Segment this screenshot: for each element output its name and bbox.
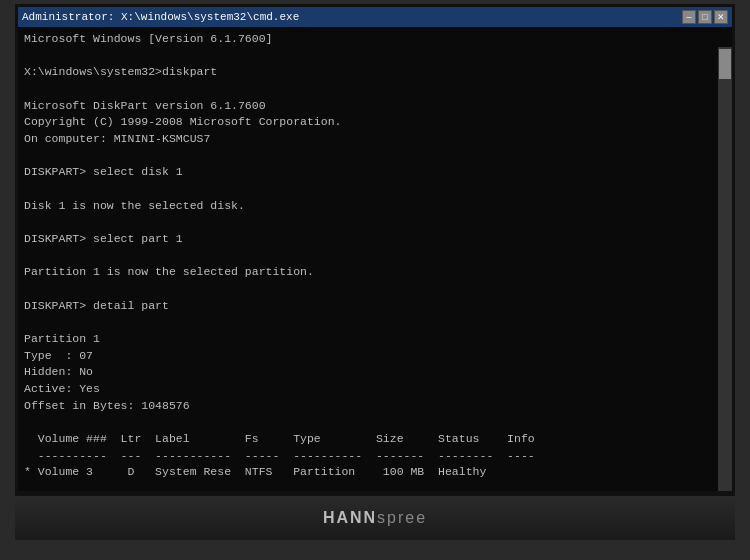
scrollbar-thumb[interactable]: [719, 49, 731, 79]
window-title: Administrator: X:\windows\system32\cmd.e…: [22, 11, 299, 23]
cmd-line: On computer: MININI-KSMCUS7: [24, 131, 726, 148]
cmd-line: [24, 481, 726, 491]
cmd-line: [24, 181, 726, 198]
cmd-line: Microsoft Windows [Version 6.1.7600]: [24, 31, 726, 48]
cmd-line: [24, 248, 726, 265]
cmd-line: Copyright (C) 1999-2008 Microsoft Corpor…: [24, 114, 726, 131]
monitor-stand: [315, 540, 435, 556]
title-bar: Administrator: X:\windows\system32\cmd.e…: [18, 7, 732, 27]
monitor-screen: Administrator: X:\windows\system32\cmd.e…: [15, 4, 735, 494]
cmd-line: [24, 314, 726, 331]
cmd-line: [24, 414, 726, 431]
monitor-bezel: HANNspree: [15, 494, 735, 540]
cmd-line: [24, 281, 726, 298]
cmd-line: X:\windows\system32>diskpart: [24, 64, 726, 81]
minimize-button[interactable]: –: [682, 10, 696, 24]
cmd-line: DISKPART> select disk 1: [24, 164, 726, 181]
cmd-line: Microsoft DiskPart version 6.1.7600: [24, 98, 726, 115]
scrollbar[interactable]: [718, 47, 732, 491]
cmd-line: Hidden: No: [24, 364, 726, 381]
cmd-line: [24, 48, 726, 65]
brand-label: HANNspree: [323, 509, 427, 527]
cmd-line: [24, 148, 726, 165]
cmd-line: Partition 1: [24, 331, 726, 348]
cmd-line: [24, 214, 726, 231]
cmd-line: ---------- --- ----------- ----- -------…: [24, 448, 726, 465]
close-button[interactable]: ✕: [714, 10, 728, 24]
cmd-line: Partition 1 is now the selected partitio…: [24, 264, 726, 281]
cmd-line: [24, 81, 726, 98]
monitor: Administrator: X:\windows\system32\cmd.e…: [0, 0, 750, 560]
cmd-line: DISKPART> detail part: [24, 298, 726, 315]
cmd-output: Microsoft Windows [Version 6.1.7600] X:\…: [24, 31, 726, 491]
window-controls: – □ ✕: [682, 10, 728, 24]
brand-prefix: HANN: [323, 509, 377, 526]
brand-suffix: spree: [377, 509, 427, 526]
cmd-line: Active: Yes: [24, 381, 726, 398]
cmd-line: * Volume 3 D System Rese NTFS Partition …: [24, 464, 726, 481]
cmd-line: DISKPART> select part 1: [24, 231, 726, 248]
cmd-line: Type : 07: [24, 348, 726, 365]
cmd-line: Volume ### Ltr Label Fs Type Size Status…: [24, 431, 726, 448]
restore-button[interactable]: □: [698, 10, 712, 24]
cmd-line: Disk 1 is now the selected disk.: [24, 198, 726, 215]
cmd-window[interactable]: Microsoft Windows [Version 6.1.7600] X:\…: [18, 27, 732, 491]
cmd-line: Offset in Bytes: 1048576: [24, 398, 726, 415]
